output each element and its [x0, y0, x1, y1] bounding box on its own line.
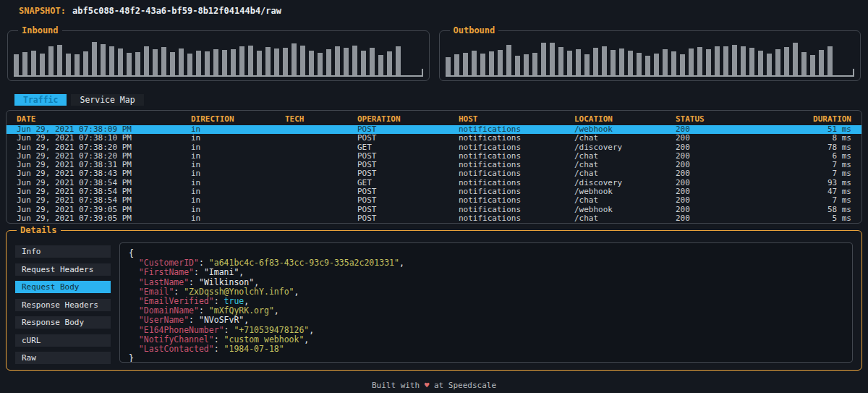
cell: Jun 29, 2021 07:39:05 PM [17, 214, 191, 223]
cell: 7 ms [770, 161, 851, 169]
cell: /chat [574, 214, 676, 223]
histogram-bar [767, 54, 772, 75]
json-token: { [129, 248, 134, 258]
tab-bar: TrafficService Map [14, 94, 144, 106]
cell: in [191, 134, 285, 143]
json-line: "LastContacted": "1984-07-18" [129, 345, 852, 354]
cell: POST [357, 125, 459, 134]
column-header-direction: DIRECTION [191, 114, 285, 125]
histogram-bar [22, 52, 27, 75]
histogram-bar [732, 45, 737, 75]
traffic-row[interactable]: Jun 29, 2021 07:38:20 PMinPOSTnotificati… [7, 152, 861, 161]
histogram-bar [40, 54, 45, 75]
cell: /discovery [574, 143, 676, 152]
cell: /webhook [574, 206, 676, 214]
cell: 200 [676, 179, 770, 187]
histogram-bar [378, 55, 383, 75]
cell [285, 143, 357, 152]
traffic-row[interactable]: Jun 29, 2021 07:39:05 PMinPOSTnotificati… [7, 214, 861, 223]
cell: notifications [459, 134, 574, 143]
json-token: "UserName" [139, 315, 189, 325]
details-menu-curl[interactable]: cURL [15, 334, 111, 347]
histogram-bar [274, 48, 279, 75]
histogram-bar [83, 51, 88, 75]
cell: notifications [459, 125, 574, 134]
details-menu-info[interactable]: Info [15, 245, 111, 258]
histogram-bar [153, 49, 158, 75]
traffic-row[interactable]: Jun 29, 2021 07:38:09 PMinPOSTnotificati… [7, 125, 861, 134]
tab-traffic[interactable]: Traffic [14, 94, 67, 106]
axis-end-tick [422, 69, 423, 75]
histogram-bar [671, 51, 676, 75]
cell: POST [357, 161, 459, 169]
traffic-row[interactable]: Jun 29, 2021 07:38:20 PMinGETnotificatio… [7, 143, 861, 152]
details-menu-request-body[interactable]: Request Body [15, 281, 111, 293]
outbound-histogram [446, 39, 855, 77]
column-header-operation: OPERATION [357, 114, 459, 125]
histogram-bar [506, 45, 511, 75]
traffic-row[interactable]: Jun 29, 2021 07:38:54 PMinPOSTnotificati… [7, 187, 861, 196]
histogram-bar [645, 56, 650, 75]
histogram-bar [472, 51, 477, 75]
json-token: , [399, 258, 404, 268]
histogram-bar [31, 51, 36, 75]
json-token: , [294, 287, 299, 297]
details-menu-response-headers[interactable]: Response Headers [15, 299, 111, 311]
cell: 200 [676, 161, 770, 169]
histogram-bar [170, 52, 175, 75]
cell: Jun 29, 2021 07:38:09 PM [17, 125, 191, 134]
inbound-chart-title: Inbound [18, 25, 62, 35]
details-menu-request-headers[interactable]: Request Headers [15, 263, 111, 276]
histogram-bar [265, 47, 271, 75]
traffic-row[interactable]: Jun 29, 2021 07:38:54 PMinGETnotificatio… [7, 179, 861, 187]
histogram-bar [801, 52, 807, 75]
histogram-bar [370, 48, 375, 75]
histogram-bar [819, 50, 824, 75]
histogram-bar [257, 51, 262, 75]
histogram-bar [689, 48, 694, 75]
app-window: SNAPSHOT:abf5c088-48f2-43a6-bf59-8b12f04… [0, 0, 868, 393]
histogram-bar [489, 51, 494, 75]
histogram-bar [480, 54, 485, 75]
traffic-row[interactable]: Jun 29, 2021 07:38:10 PMinPOSTnotificati… [7, 134, 861, 143]
snapshot-header: SNAPSHOT:abf5c088-48f2-43a6-bf59-8b12f04… [19, 6, 281, 16]
cell [285, 206, 357, 214]
json-token: "mXfQyRK.org" [209, 305, 274, 316]
traffic-row[interactable]: Jun 29, 2021 07:39:05 PMinPOSTnotificati… [7, 206, 861, 214]
table-header-row: DATEDIRECTIONTECHOPERATIONHOSTLOCATIONST… [7, 114, 861, 125]
json-token: "a641bc4c-6f83-43cc-93c9-335a2c201331" [209, 258, 399, 268]
cell: 200 [676, 134, 770, 143]
histogram-bar [179, 48, 184, 75]
outbound-chart-title: Outbound [450, 25, 499, 35]
traffic-row[interactable]: Jun 29, 2021 07:38:54 PMinPOSTnotificati… [7, 196, 861, 205]
json-token: : [199, 305, 209, 316]
traffic-row[interactable]: Jun 29, 2021 07:38:31 PMinPOSTnotificati… [7, 161, 861, 169]
request-body-viewer: { "CustomerID": "a641bc4c-6f83-43cc-93c9… [119, 242, 853, 363]
histogram-bar [396, 46, 401, 75]
details-menu-response-body[interactable]: Response Body [15, 316, 111, 329]
cell: /webhook [574, 187, 676, 196]
json-token: , [239, 267, 244, 277]
json-token: , [244, 296, 249, 306]
histogram-bar [619, 48, 624, 75]
tab-service-map[interactable]: Service Map [71, 94, 143, 106]
traffic-row[interactable]: Jun 29, 2021 07:38:43 PMinPOSTnotificati… [7, 169, 861, 178]
details-menu: InfoRequest HeadersRequest BodyResponse … [15, 245, 111, 364]
cell: 7 ms [770, 169, 851, 178]
histogram-bar [697, 47, 702, 75]
cell: Jun 29, 2021 07:38:20 PM [17, 143, 191, 152]
cell [285, 179, 357, 187]
cell [285, 196, 357, 205]
histogram-bar [352, 46, 357, 75]
cell: 200 [676, 206, 770, 214]
cell: 200 [676, 152, 770, 161]
json-line: } [129, 354, 852, 363]
details-menu-raw[interactable]: Raw [15, 352, 111, 364]
cell: notifications [459, 169, 574, 178]
histogram-bar [118, 48, 123, 75]
histogram-bar [715, 46, 720, 75]
json-token: , [274, 305, 279, 316]
histogram-bar [584, 54, 590, 75]
json-token: "CustomerID" [139, 258, 199, 268]
cell: /chat [574, 152, 676, 161]
